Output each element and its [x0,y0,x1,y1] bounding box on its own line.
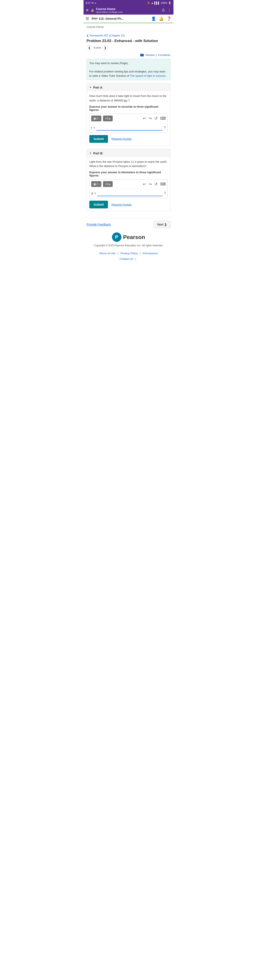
part-b-math-toolbar: ▣√□ ΑΣφ ↩ ↪ ↺ ⌨ [91,181,166,187]
share-icon[interactable]: ⎙ [162,8,165,13]
app-header: ☰ PHY 112: General Ph... 👤 🔔 ❓ [84,14,173,23]
mute-icon: 🔕 [147,2,150,5]
separator: | [156,53,157,57]
part-b-undo-icon[interactable]: ↩ [143,182,146,186]
part-a-header[interactable]: ▼ Part A [87,83,170,91]
status-time: 8:27 ✉ ∞ [86,2,97,5]
time-display: 8:27 [86,2,90,5]
message-icon: ✉ [92,2,94,5]
video-tutor-link[interactable]: The speed of light in vacuum [130,74,165,77]
part-b-label: Part B [93,151,103,155]
main-content: Homework #07 (Chapter 23) Problem 23.03 … [84,31,173,218]
part-a-undo-icon[interactable]: ↩ [143,116,146,121]
user-icon[interactable]: 👤 [151,16,156,21]
footer-separator-4: | [135,257,136,261]
notification-bell-icon[interactable]: 🔔 [159,16,163,21]
pearson-logo-letter: P [115,234,118,240]
part-b-math-btn-1[interactable]: ▣√□ [91,181,101,187]
footer-separator-1: | [117,252,118,255]
status-bar: 8:27 ✉ ∞ 🔕 ▲ ▌▌▌ 100% 🔋 [84,0,173,6]
pearson-branding: P Pearson Copyright © 2023 Pearson Educa… [87,232,170,248]
part-a-help-button[interactable]: ? [164,126,166,130]
part-a-equals: = [94,126,95,129]
part-b-section: ▼ Part B Light from the star Procyon tak… [87,149,170,212]
privacy-policy-link[interactable]: Privacy Policy [121,252,138,255]
part-b-header[interactable]: ▼ Part B [87,149,170,157]
part-b-input-row: d = ? [91,189,166,196]
part-a-section: ▼ Part A How much time does it take ligh… [87,83,170,146]
review-link[interactable]: Review [146,53,155,57]
constants-link[interactable]: Constants [158,53,170,57]
footer-separator-2: | [140,252,141,255]
pearson-copyright: Copyright © 2023 Pearson Education Inc. … [87,243,170,248]
page-info: 5 of 6 [94,46,101,49]
pagination: ❮ 5 of 6 ❯ [87,45,170,50]
contact-us-link[interactable]: Contact Us [119,257,133,261]
info-line2: For related problem-solving tips and str… [89,70,168,78]
battery-display: 100% [160,2,167,5]
part-b-submit-button[interactable]: Submit [89,200,108,208]
part-a-answer-input[interactable] [97,125,163,130]
part-a-math-toolbar: ▣√□ ΑΣφ ↩ ↪ ↺ ⌨ [91,116,166,121]
footer-area: Provide Feedback Next ❯ P Pearson Copyri… [84,218,173,265]
browser-icons: ⎙ ⋮ [162,8,171,13]
part-b-body: Light from the star Procyon takes 11.4 y… [87,157,170,211]
part-b-collapse-arrow: ▼ [89,152,92,154]
notification-icon: ∞ [94,2,97,5]
part-b-toolbar-right: ↩ ↪ ↺ ⌨ [143,182,166,186]
part-a-request-answer-link[interactable]: Request Answer [111,137,132,140]
help-icon[interactable]: ❓ [167,16,171,21]
part-a-variable: t [91,126,92,129]
part-b-answer-input[interactable] [97,191,163,196]
pearson-logo: P Pearson [87,232,170,242]
pearson-logo-circle: P [112,232,121,242]
next-page-button[interactable]: ❯ [103,45,108,50]
status-icons: 🔕 ▲ ▌▌▌ 100% 🔋 [147,2,171,5]
review-bar: Review | Constants [87,53,170,57]
part-b-keyboard-icon[interactable]: ⌨ [160,182,166,186]
part-b-action-buttons: Submit Request Answer [89,200,168,208]
url-area: Course Home openvellum.ecollege.com [96,7,160,13]
part-a-redo-icon[interactable]: ↪ [149,116,152,121]
browser-url: openvellum.ecollege.com [96,11,160,13]
part-b-help-button[interactable]: ? [164,191,166,195]
part-b-instruction: Express your answer in kilometers to thr… [89,171,168,177]
part-a-toolbar-left: ▣√□ ΑΣφ [91,116,113,121]
info-box: You may want to review (Page) . For rela… [87,59,170,80]
part-b-reset-icon[interactable]: ↺ [154,182,158,186]
part-a-math-btn-2[interactable]: ΑΣφ [103,116,113,121]
pearson-name: Pearson [123,234,145,240]
battery-icon: 🔋 [168,2,171,5]
prev-page-button[interactable]: ❮ [87,45,92,50]
permissions-link[interactable]: Permissions [143,252,158,255]
course-home-text: Course Home [87,25,104,29]
part-b-math-btn-2[interactable]: ΑΣφ [103,181,113,187]
part-a-math-btn-1[interactable]: ▣√□ [91,116,101,121]
part-a-input-row: t = ? [91,123,166,130]
header-icons: 👤 🔔 ❓ [151,16,171,21]
course-home-breadcrumb: Course Home [84,23,173,31]
part-b-request-answer-link[interactable]: Request Answer [111,203,132,206]
part-a-submit-button[interactable]: Submit [89,135,108,143]
lock-icon: 🔒 [90,9,94,12]
close-button[interactable]: ✕ [86,8,89,13]
part-a-reset-icon[interactable]: ↺ [154,116,158,121]
back-link[interactable]: Homework #07 (Chapter 23) [87,34,170,37]
hamburger-menu-icon[interactable]: ☰ [86,16,89,21]
next-button[interactable]: Next ❯ [154,221,170,228]
provide-feedback-link[interactable]: Provide Feedback [87,223,111,226]
part-a-collapse-arrow: ▼ [89,86,92,89]
next-label: Next [157,223,163,226]
terms-of-use-link[interactable]: Terms of Use [99,252,116,255]
browser-menu-icon[interactable]: ⋮ [168,8,171,13]
wifi-icon: ▲ [151,2,154,5]
part-a-math-input-area: ▣√□ ΑΣφ ↩ ↪ ↺ ⌨ t = ? [89,114,168,132]
part-a-question: How much time does it take light to trav… [89,94,168,103]
part-a-toolbar-right: ↩ ↪ ↺ ⌨ [143,116,166,121]
part-b-redo-icon[interactable]: ↪ [149,182,152,186]
part-a-body: How much time does it take light to trav… [87,91,170,145]
part-b-math-input-area: ▣√□ ΑΣφ ↩ ↪ ↺ ⌨ d = ? [89,179,168,198]
part-a-keyboard-icon[interactable]: ⌨ [160,116,166,121]
part-a-action-buttons: Submit Request Answer [89,135,168,143]
footer-nav: Provide Feedback Next ❯ [87,221,170,228]
